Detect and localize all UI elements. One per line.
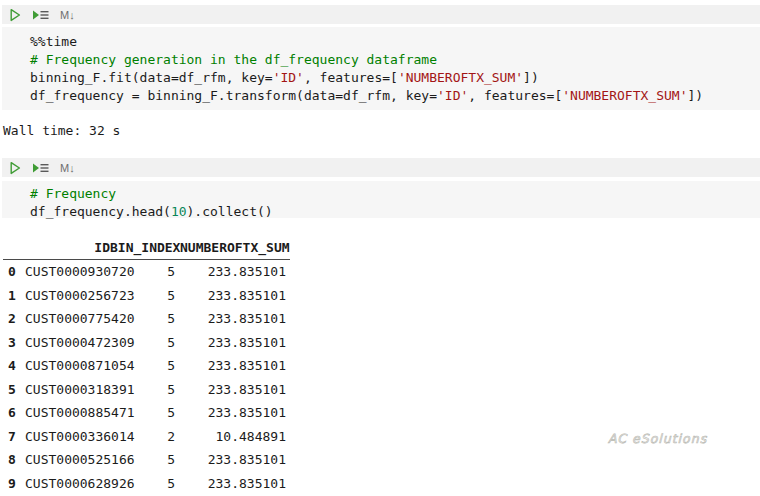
table-cell: 7 <box>3 429 25 444</box>
cell-language-indicator[interactable]: M↓ <box>60 162 75 174</box>
table-cell: CUST0000628926 <box>25 476 110 491</box>
cell-toolbar: M↓ <box>2 158 760 177</box>
table-cell: CUST0000336014 <box>25 429 110 444</box>
code-line: df_frequency = binning_F.transform(data=… <box>30 87 760 105</box>
table-cell: 3 <box>3 335 25 350</box>
table-cell: CUST0000318391 <box>25 382 110 397</box>
cell-toolbar: M↓ <box>2 5 760 24</box>
table-cell: 0 <box>3 264 25 279</box>
table-cell: 4 <box>3 358 25 373</box>
table-cell: 9 <box>3 476 25 491</box>
table-cell: CUST0000930720 <box>25 264 110 279</box>
table-row: 5CUST00003183915233.835101 <box>3 378 290 402</box>
table-cell: 5 <box>110 476 180 491</box>
code-line: df_frequency.head(10).collect() <box>30 203 760 221</box>
watermark: AC eSolutions <box>608 431 707 446</box>
code-editor[interactable]: %%time# Frequency generation in the df_f… <box>2 27 760 110</box>
code-line: %%time <box>30 33 760 51</box>
table-cell: 233.835101 <box>180 476 290 491</box>
table-cell: CUST0000885471 <box>25 405 110 420</box>
table-cell: 5 <box>110 335 180 350</box>
table-cell: 5 <box>110 264 180 279</box>
table-cell: 1 <box>3 288 25 303</box>
table-cell: 233.835101 <box>180 452 290 467</box>
table-row: 1CUST00002567235233.835101 <box>3 284 290 308</box>
table-cell: 233.835101 <box>180 382 290 397</box>
table-cell: 5 <box>110 358 180 373</box>
table-row: 0CUST00009307205233.835101 <box>3 260 290 284</box>
table-cell: 5 <box>110 311 180 326</box>
table-cell: 233.835101 <box>180 358 290 373</box>
table-cell: 5 <box>110 405 180 420</box>
table-cell: 233.835101 <box>180 335 290 350</box>
table-cell: CUST0000525166 <box>25 452 110 467</box>
table-cell: 233.835101 <box>180 311 290 326</box>
run-cell-icon[interactable] <box>9 161 21 175</box>
table-cell: 5 <box>3 382 25 397</box>
table-cell: 233.835101 <box>180 288 290 303</box>
code-line: binning_F.fit(data=df_rfm, key='ID', fea… <box>30 69 760 87</box>
table-row: 9CUST00006289265233.835101 <box>3 472 290 496</box>
table-row: 6CUST00008854715233.835101 <box>3 401 290 425</box>
table-cell: 8 <box>3 452 25 467</box>
table-cell: 5 <box>110 452 180 467</box>
table-cell: 6 <box>3 405 25 420</box>
column-header: ID <box>25 240 110 255</box>
dataframe-output: ID BIN_INDEX NUMBEROFTX_SUM 0CUST0000930… <box>3 240 290 495</box>
table-cell: 5 <box>110 382 180 397</box>
column-header: NUMBEROFTX_SUM <box>180 240 290 255</box>
table-row: 3CUST00004723095233.835101 <box>3 331 290 355</box>
table-row: 4CUST00008710545233.835101 <box>3 354 290 378</box>
code-editor[interactable]: # Frequencydf_frequency.head(10).collect… <box>2 181 760 218</box>
cell-language-indicator[interactable]: M↓ <box>60 9 75 21</box>
column-header: BIN_INDEX <box>110 240 180 255</box>
table-cell: 233.835101 <box>180 264 290 279</box>
table-row: 8CUST00005251665233.835101 <box>3 448 290 472</box>
table-cell: 10.484891 <box>180 429 290 444</box>
code-line: # Frequency <box>30 185 760 203</box>
run-below-icon[interactable] <box>32 8 49 22</box>
table-cell: 5 <box>110 288 180 303</box>
dataframe-body: 0CUST00009307205233.8351011CUST000025672… <box>3 260 290 495</box>
dataframe-header: ID BIN_INDEX NUMBEROFTX_SUM <box>3 240 290 260</box>
table-cell: 233.835101 <box>180 405 290 420</box>
table-cell: 2 <box>110 429 180 444</box>
run-cell-icon[interactable] <box>9 8 21 22</box>
table-cell: CUST0000472309 <box>25 335 110 350</box>
table-cell: CUST0000256723 <box>25 288 110 303</box>
code-line: # Frequency generation in the df_frequen… <box>30 51 760 69</box>
table-row: 2CUST00007754205233.835101 <box>3 307 290 331</box>
table-cell: CUST0000871054 <box>25 358 110 373</box>
table-row: 7CUST0000336014210.484891 <box>3 425 290 449</box>
table-cell: CUST0000775420 <box>25 311 110 326</box>
table-cell: 2 <box>3 311 25 326</box>
run-below-icon[interactable] <box>32 161 49 175</box>
wall-time-output: Wall time: 32 s <box>3 123 120 138</box>
